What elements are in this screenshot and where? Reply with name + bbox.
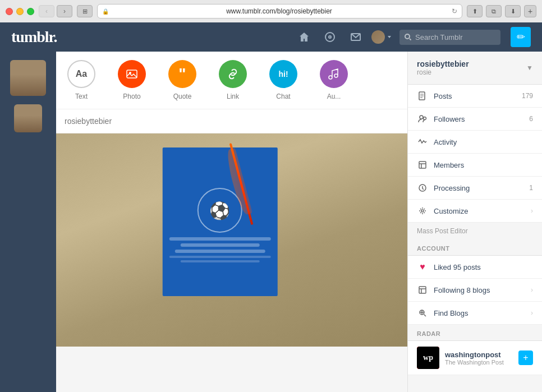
main-content: Aa Text Photo " Quote Link [56, 52, 407, 392]
svg-point-16 [421, 210, 424, 212]
avatar-secondary[interactable] [14, 104, 42, 132]
members-label: Members [434, 161, 533, 169]
svg-point-11 [424, 117, 426, 120]
compass-button[interactable] [318, 25, 342, 49]
radar-desc: The Washington Post [445, 359, 518, 366]
activity-label: Activity [434, 138, 533, 146]
post-input[interactable] [65, 117, 399, 126]
blog-name: rosiebyttebier [417, 59, 469, 68]
home-button[interactable] [292, 25, 316, 49]
nav-buttons: ‹ › [39, 5, 72, 17]
diploma-document: ⚽ [162, 147, 277, 296]
browser-titlebar: ‹ › ⊞ 🔒 www.tumblr.com/blog/rosiebyttebi… [0, 0, 542, 22]
browser-actions: ⬆ ⧉ ⬇ + [467, 5, 536, 17]
following-icon [417, 284, 428, 296]
liked-label: Liked 95 posts [434, 263, 533, 271]
content-area: Aa Text Photo " Quote Link [0, 52, 542, 392]
photo-type-label: Photo [123, 93, 140, 100]
tab-view-button[interactable]: ⊞ [77, 5, 93, 17]
svg-point-0 [325, 33, 334, 41]
sidebar-item-processing[interactable]: Processing 1 [408, 177, 542, 200]
mass-post-editor-link[interactable]: Mass Post Editor [408, 223, 542, 239]
diploma-content: ⚽ [169, 188, 270, 262]
sidebar-item-followers[interactable]: Followers 6 [408, 108, 542, 131]
chevron-down-icon [387, 34, 392, 40]
avatar-large[interactable] [10, 60, 46, 96]
tumblr-app: tumblr. ✏ [0, 22, 542, 392]
chat-type-label: Chat [276, 93, 290, 100]
blog-info: rosiebyttebier rosie [417, 59, 469, 76]
radar-info: washingtonpost The Washington Post [445, 351, 518, 366]
posts-label: Posts [434, 92, 522, 100]
sidebar-item-find-blogs[interactable]: Find Blogs › [408, 302, 542, 325]
sidebar-item-liked[interactable]: ♥ Liked 95 posts [408, 256, 542, 279]
radar-avatar-washingtonpost: wp [417, 347, 439, 369]
close-button[interactable] [6, 8, 13, 15]
right-sidebar: rosiebyttebier rosie ▼ Posts 179 Followe… [407, 52, 542, 392]
chat-type-icon: hi! [269, 60, 297, 88]
activity-icon [417, 136, 428, 147]
radar-item-washingtonpost: wp washingtonpost The Washington Post + [408, 341, 542, 375]
reload-icon[interactable]: ↻ [452, 7, 457, 15]
processing-icon [417, 182, 428, 193]
posts-icon [417, 90, 428, 102]
sidebar-item-activity[interactable]: Activity [408, 131, 542, 154]
lock-icon: 🔒 [102, 8, 109, 15]
new-tab-button[interactable]: + [524, 5, 536, 17]
post-type-bar: Aa Text Photo " Quote Link [56, 52, 407, 109]
forward-button[interactable]: › [57, 5, 72, 17]
post-type-text[interactable]: Aa Text [56, 52, 107, 109]
quote-type-label: Quote [173, 93, 192, 100]
following-chevron-icon: › [531, 286, 533, 294]
processing-count: 1 [529, 184, 533, 192]
maximize-button[interactable] [27, 8, 34, 15]
audio-type-label: Au... [327, 93, 341, 100]
wp-logo: wp [417, 347, 439, 369]
left-sidebar [0, 52, 56, 392]
share-button[interactable]: ⬆ [467, 5, 483, 17]
quote-type-icon: " [168, 60, 196, 88]
mass-post-editor-label: Mass Post Editor [417, 227, 468, 235]
sidebar-item-members[interactable]: Members [408, 154, 542, 177]
photo-type-icon [118, 60, 146, 88]
find-blogs-icon [417, 307, 428, 319]
radar-section-label: RADAR [408, 325, 542, 340]
browser-chrome: ‹ › ⊞ 🔒 www.tumblr.com/blog/rosiebyttebi… [0, 0, 542, 22]
download-button[interactable]: ⬇ [505, 5, 521, 17]
search-input[interactable] [399, 30, 500, 45]
blog-url: rosie [417, 68, 469, 76]
svg-rect-17 [419, 287, 426, 293]
followers-label: Followers [434, 115, 529, 123]
write-button[interactable]: ✏ [511, 27, 531, 47]
post-type-chat[interactable]: hi! Chat [258, 52, 309, 109]
blog-header[interactable]: rosiebyttebier rosie ▼ [408, 52, 542, 85]
post-type-link[interactable]: Link [208, 52, 258, 109]
post-type-audio[interactable]: Au... [309, 52, 359, 109]
link-type-label: Link [227, 93, 239, 100]
nav-icons: ✏ [292, 25, 531, 49]
post-type-quote[interactable]: " Quote [157, 52, 208, 109]
customize-icon [417, 205, 428, 216]
customize-chevron-icon: › [531, 207, 533, 215]
sidebar-item-customize[interactable]: Customize › [408, 200, 542, 223]
svg-rect-4 [127, 70, 137, 78]
svg-point-10 [420, 116, 423, 119]
find-blogs-label: Find Blogs [434, 309, 528, 317]
top-nav: tumblr. ✏ [0, 22, 542, 52]
address-bar[interactable]: 🔒 www.tumblr.com/blog/rosiebyttebier ↻ [97, 4, 462, 19]
sidebar-item-following[interactable]: Following 8 blogs › [408, 279, 542, 302]
post-input-area [56, 109, 407, 133]
radar-follow-button[interactable]: + [518, 351, 533, 365]
tab-button[interactable]: ⧉ [486, 5, 502, 17]
following-label: Following 8 blogs [434, 286, 528, 294]
radar-name: washingtonpost [445, 351, 518, 359]
post-image: ⚽ [56, 133, 407, 347]
post-type-photo[interactable]: Photo [107, 52, 157, 109]
back-button[interactable]: ‹ [39, 5, 54, 17]
mail-button[interactable] [343, 25, 368, 49]
minimize-button[interactable] [16, 8, 24, 15]
processing-label: Processing [434, 184, 529, 192]
user-menu-button[interactable] [369, 25, 394, 49]
account-section-label: ACCOUNT [408, 239, 542, 255]
sidebar-item-posts[interactable]: Posts 179 [408, 85, 542, 108]
